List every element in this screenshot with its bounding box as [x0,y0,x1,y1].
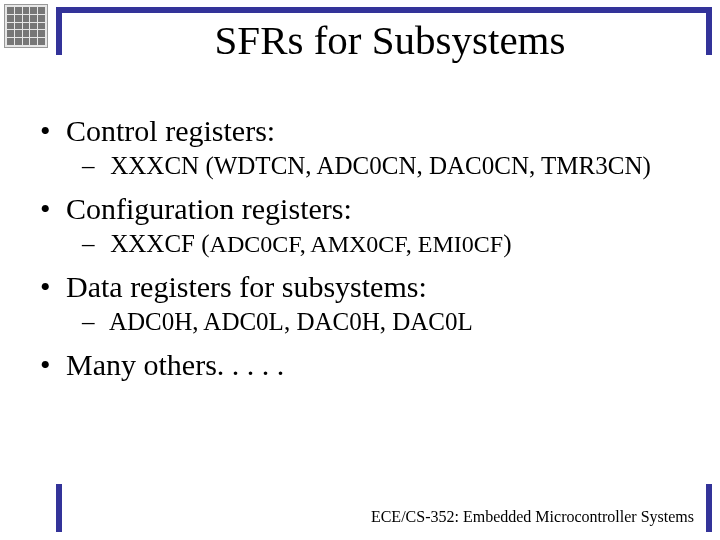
frame-right-lower [706,484,712,532]
footer-text: ECE/CS-352: Embedded Microcontroller Sys… [371,508,694,526]
chip-icon [4,4,48,48]
bullet-config: Configuration registers: [44,192,690,226]
frame-left-lower [56,484,62,532]
subbullet-control-text: XXXCN (WDTCN, ADC0CN, DAC0CN, TMR3CN) [110,152,651,179]
frame-left-upper [56,7,62,55]
frame-top [56,7,712,13]
subbullet-config-suffix: ) [503,230,511,257]
slide-title: SFRs for Subsystems [80,16,700,64]
subbullet-data-text: ADC0H, ADC0L, DAC0H, DAC0L [109,308,473,335]
subbullet-data: ADC0H, ADC0L, DAC0H, DAC0L [82,308,690,336]
subbullet-control: XXXCN (WDTCN, ADC0CN, DAC0CN, TMR3CN) [82,152,690,180]
subbullet-config: XXXCF (ADC0CF, AMX0CF, EMI0CF) [82,230,690,258]
slide: SFRs for Subsystems Control registers: X… [0,0,720,540]
subbullet-config-small: ADC0CF, AMX0CF, EMI0CF [210,231,504,257]
bullet-others: Many others. . . . . [44,348,690,382]
subbullet-config-prefix: XXXCF ( [110,230,209,257]
content-area: Control registers: XXXCN (WDTCN, ADC0CN,… [44,104,690,386]
bullet-control: Control registers: [44,114,690,148]
bullet-data: Data registers for subsystems: [44,270,690,304]
frame-right-upper [706,7,712,55]
